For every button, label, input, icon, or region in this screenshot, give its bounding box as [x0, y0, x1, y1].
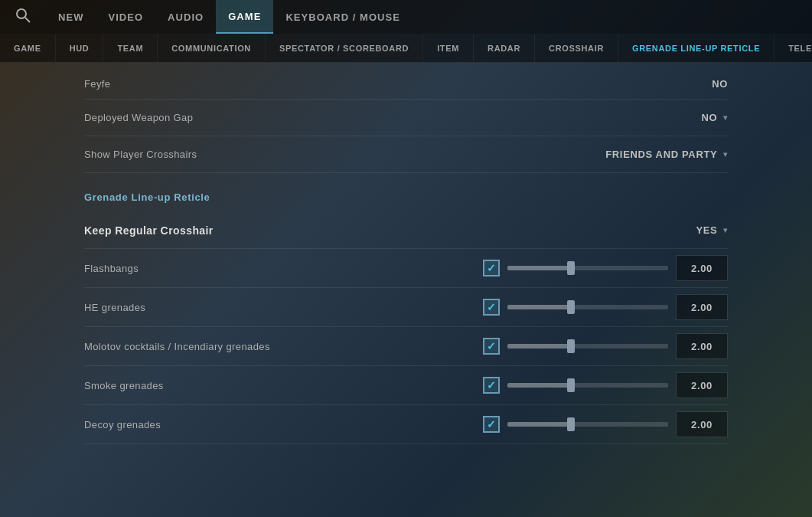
keep-regular-crosshair-value: YES [696, 224, 717, 236]
flashbangs-slider[interactable] [507, 266, 668, 270]
top-nav-items: NEW VIDEO AUDIO GAME KEYBOARD / MOUSE [46, 0, 413, 34]
partial-row-value[interactable]: NO [712, 78, 728, 90]
he-grenades-check-icon: ✓ [487, 302, 496, 312]
deployed-weapon-gap-row: Deployed Weapon Gap NO ▾ [84, 100, 728, 136]
second-nav-telemetry[interactable]: TELEMETRY [774, 34, 812, 63]
decoy-grenades-check-icon: ✓ [487, 419, 496, 430]
search-icon [15, 12, 31, 25]
second-navigation: GAME HUD TEAM COMMUNICATION SPECTATOR / … [0, 34, 812, 63]
he-grenades-slider[interactable] [507, 305, 668, 309]
top-nav-item-keyboard-mouse[interactable]: KEYBOARD / MOUSE [273, 0, 413, 34]
flashbangs-row: Flashbangs ✓ 2.00 [84, 249, 728, 288]
deployed-weapon-gap-arrow: ▾ [723, 113, 728, 122]
he-grenades-value: 2.00 [676, 294, 728, 320]
second-nav-communication[interactable]: COMMUNICATION [158, 34, 266, 63]
svg-line-1 [25, 18, 30, 22]
show-player-crosshairs-dropdown[interactable]: FRIENDS AND PARTY ▾ [605, 149, 728, 160]
molotov-checkbox[interactable]: ✓ [483, 338, 500, 355]
deployed-weapon-gap-value: NO [702, 112, 718, 123]
molotov-check-icon: ✓ [487, 341, 496, 352]
decoy-grenades-checkbox[interactable]: ✓ [483, 416, 500, 433]
keep-regular-crosshair-row: Keep Regular Crosshair YES ▾ [84, 212, 728, 249]
top-navigation: NEW VIDEO AUDIO GAME KEYBOARD / MOUSE [0, 0, 812, 34]
smoke-grenades-label: Smoke grenades [84, 380, 164, 391]
second-nav-item[interactable]: ITEM [423, 34, 474, 63]
grenade-lineup-section-header: Grenade Line-up Reticle [84, 173, 728, 212]
molotov-slider[interactable] [507, 344, 668, 348]
flashbangs-check-icon: ✓ [487, 263, 496, 273]
show-player-crosshairs-label: Show Player Crosshairs [84, 149, 197, 160]
partial-row: Feyfe NO [84, 69, 728, 100]
second-nav-hud[interactable]: HUD [56, 34, 104, 63]
main-content: Feyfe NO Deployed Weapon Gap NO ▾ Show P… [0, 63, 812, 517]
flashbangs-controls: ✓ 2.00 [483, 255, 728, 281]
top-nav-item-new[interactable]: NEW [46, 0, 96, 34]
settings-section: Feyfe NO Deployed Weapon Gap NO ▾ Show P… [84, 63, 728, 444]
show-player-crosshairs-row: Show Player Crosshairs FRIENDS AND PARTY… [84, 136, 728, 173]
molotov-label: Molotov cocktails / Incendiary grenades [84, 341, 270, 352]
smoke-grenades-row: Smoke grenades ✓ 2.00 [84, 366, 728, 405]
decoy-grenades-slider[interactable] [507, 422, 668, 427]
top-nav-item-game[interactable]: GAME [216, 0, 273, 34]
flashbangs-label: Flashbangs [84, 263, 139, 274]
keep-regular-crosshair-arrow: ▾ [723, 226, 728, 234]
keep-regular-crosshair-label: Keep Regular Crosshair [84, 224, 214, 237]
second-nav-game[interactable]: GAME [0, 34, 56, 63]
he-grenades-label: HE grenades [84, 302, 145, 313]
top-nav-item-audio[interactable]: AUDIO [155, 0, 216, 34]
he-grenades-controls: ✓ 2.00 [483, 294, 728, 320]
partial-row-label: Feyfe [84, 78, 110, 90]
top-nav-item-video[interactable]: VIDEO [96, 0, 155, 34]
he-grenades-row: HE grenades ✓ 2.00 [84, 288, 728, 327]
second-nav-spectator-scoreboard[interactable]: SPECTATOR / SCOREBOARD [266, 34, 423, 63]
decoy-grenades-controls: ✓ 2.00 [483, 411, 728, 437]
decoy-grenades-row: Decoy grenades ✓ 2.00 [84, 405, 728, 444]
flashbangs-value: 2.00 [676, 255, 728, 281]
show-player-crosshairs-arrow: ▾ [723, 150, 728, 159]
smoke-grenades-slider[interactable] [507, 383, 668, 388]
deployed-weapon-gap-dropdown[interactable]: NO ▾ [702, 112, 728, 123]
deployed-weapon-gap-label: Deployed Weapon Gap [84, 112, 193, 123]
molotov-controls: ✓ 2.00 [483, 333, 728, 359]
smoke-grenades-check-icon: ✓ [487, 380, 496, 391]
flashbangs-checkbox[interactable]: ✓ [483, 260, 500, 276]
second-nav-grenade-lineup-reticle[interactable]: GRENADE LINE-UP RETICLE [618, 34, 774, 63]
smoke-grenades-value: 2.00 [676, 372, 728, 398]
second-nav-crosshair[interactable]: CROSSHAIR [535, 34, 618, 63]
show-player-crosshairs-value: FRIENDS AND PARTY [605, 149, 717, 160]
molotov-value: 2.00 [676, 333, 728, 359]
molotov-row: Molotov cocktails / Incendiary grenades … [84, 327, 728, 366]
keep-regular-crosshair-dropdown[interactable]: YES ▾ [696, 224, 728, 236]
decoy-grenades-value: 2.00 [676, 411, 728, 437]
search-button[interactable] [15, 8, 31, 26]
second-nav-team[interactable]: TEAM [103, 34, 158, 63]
second-nav-radar[interactable]: RADAR [474, 34, 535, 63]
svg-point-0 [17, 9, 26, 18]
smoke-grenades-controls: ✓ 2.00 [483, 372, 728, 398]
smoke-grenades-checkbox[interactable]: ✓ [483, 377, 500, 394]
he-grenades-checkbox[interactable]: ✓ [483, 299, 500, 316]
decoy-grenades-label: Decoy grenades [84, 419, 161, 430]
